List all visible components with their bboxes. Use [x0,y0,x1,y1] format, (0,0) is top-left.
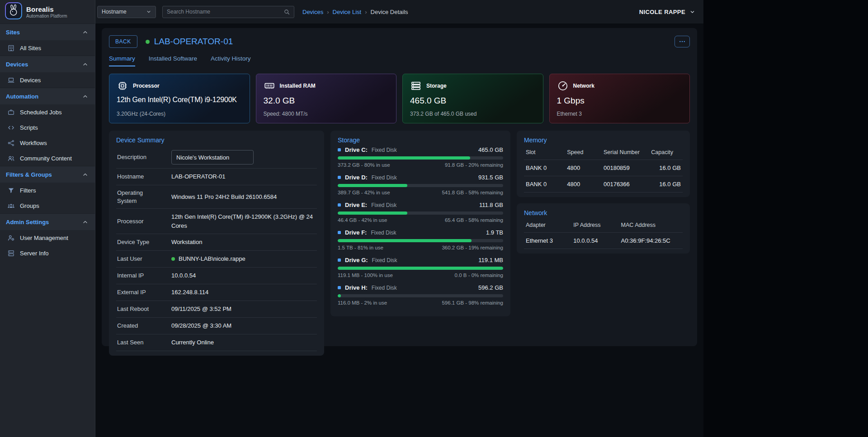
row-value: Windows 11 Pro 24H2 Build 26100.6584 [171,193,277,202]
panel-header: BACK LAB-OPERATOR-01 [109,35,690,48]
network-title: Network [524,209,683,216]
sidebar-item-server-info[interactable]: Server Info [0,245,95,261]
drive-type: Fixed Disk [371,230,396,236]
tab-summary[interactable]: Summary [109,55,135,66]
network-card: Network Adapter IP Address MAC Address [517,203,690,254]
search-hostname-input[interactable] [167,9,283,15]
memory-col-header: Speed [565,146,602,160]
sidebar-section-automation[interactable]: Automation [0,88,95,104]
summary-row-external-ip: External IP 162.248.8.114 [116,284,317,301]
storage-stack-icon [410,80,422,92]
device-summary-title: Device Summary [116,136,317,144]
sidebar-item-label: Community Content [20,155,72,162]
building-icon [7,44,15,52]
more-actions-button[interactable] [675,36,690,47]
search-hostname-box [162,6,294,18]
hostname-filter-select[interactable]: Hostname [97,6,156,18]
sidebar-section-filters-groups[interactable]: Filters & Groups [0,166,95,183]
sidebar-item-devices[interactable]: Devices [0,72,95,88]
ellipsis-icon [679,38,686,45]
drive-icon [338,203,341,207]
summary-row-internal-ip: Internal IP 10.0.0.54 [116,268,317,284]
sidebar-item-all-sites[interactable]: All Sites [0,40,95,56]
memory-col-header: Capacity [649,146,683,160]
sidebar-item-scripts[interactable]: Scripts [0,120,95,135]
device-details-panel: BACK LAB-OPERATOR-01 Summary Installed S… [102,28,697,346]
drive-type: Fixed Disk [372,174,397,181]
storage-card: Storage Drive C: Fixed Disk 465.0 GB 373… [330,131,510,316]
sidebar-item-scheduled-jobs[interactable]: Scheduled Jobs [0,104,95,120]
row-label: Description [117,153,164,161]
drive-remaining: 91.8 GB - 20% remaining [445,162,503,168]
sidebar-item-label: Server Info [20,250,49,257]
drive-row-h: Drive H: Fixed Disk 596.2 GB 116.0 MB - … [338,284,503,305]
user-menu[interactable]: NICOLE RAPPE [639,8,696,16]
sidebar-item-label: Workflows [20,140,47,146]
network-row: Ethernet 3 10.0.0.54 A0:36:9F:94:26:5C [524,233,683,249]
stat-card-value: 32.0 GB [264,96,389,106]
memory-cell: 16.0 GB [649,176,683,193]
stat-card-value: 12th Gen Intel(R) Core(TM) i9-12900K [117,96,242,104]
tab-installed-software[interactable]: Installed Software [149,55,197,66]
sidebar-section-sites[interactable]: Sites [0,23,95,40]
description-input[interactable] [171,150,254,164]
sidebar-item-community-content[interactable]: Community Content [0,150,95,166]
network-check-icon [557,80,569,92]
breadcrumb-separator [365,9,367,15]
sidebar-item-label: Scheduled Jobs [20,109,62,116]
sidebar-item-label: Scripts [20,124,38,131]
hostname-filter-value: Hostname [102,9,127,15]
chevron-down-icon [688,8,696,16]
network-cell: A0:36:9F:94:26:5C [619,233,683,249]
brand: Borealis Automation Platform [0,0,95,23]
memory-cell: 4800 [565,160,602,176]
drive-row-g: Drive G: Fixed Disk 119.1 MB 119.1 MB - … [338,257,503,278]
network-table: Adapter IP Address MAC Address Ethernet … [524,219,683,249]
breadcrumb-separator [327,9,329,15]
sidebar-section-admin-settings[interactable]: Admin Settings [0,213,95,230]
sidebar-item-groups[interactable]: Groups [0,198,95,213]
sidebar-nav: Sites All Sites Devices Devices [0,23,95,261]
memory-row: BANK 0 4800 00180859 16.0 GB [524,160,683,176]
drive-name: Drive G: [345,257,368,263]
drive-type: Fixed Disk [372,147,397,153]
row-value: 10.0.0.54 [171,271,196,280]
stat-card-network: Network 1 Gbps Ethernet 3 [549,74,690,123]
storage-title: Storage [338,136,503,144]
drive-icon [338,231,341,234]
stat-card-footer: Speed: 4800 MT/s [264,111,389,117]
drive-type: Fixed Disk [371,202,396,208]
sidebar-item-user-management[interactable]: User Management [0,230,95,245]
row-label: Last Seen [117,338,164,347]
row-label: Hostname [117,173,164,181]
memory-title: Memory [524,136,683,144]
memory-table: Slot Speed Serial Number Capacity BANK 0 [524,146,683,193]
content-area: BACK LAB-OPERATOR-01 Summary Installed S… [95,23,703,437]
sidebar-section-devices[interactable]: Devices [0,56,95,72]
stat-card-label: Storage [426,83,447,89]
back-button[interactable]: BACK [109,35,137,48]
summary-row-hostname: Hostname LAB-OPERATOR-01 [116,169,317,185]
online-status-dot [146,40,150,44]
chevron-up-icon [81,218,89,226]
row-value: Currently Online [171,338,214,347]
row-value: Workstation [171,238,202,247]
drive-name: Drive H: [345,284,368,291]
online-status-dot [171,257,175,261]
stat-card-footer: 3.20GHz (24-Cores) [117,111,242,117]
breadcrumb-devices[interactable]: Devices [302,9,323,15]
drive-usage-bar [338,184,503,187]
sidebar-item-workflows[interactable]: Workflows [0,135,95,150]
breadcrumb-device-list[interactable]: Device List [333,9,362,15]
people-icon [7,154,15,162]
tab-activity-history[interactable]: Activity History [211,55,251,66]
chevron-up-icon [81,92,89,100]
drive-used: 116.0 MB - 2% in use [338,300,387,305]
detail-columns: Device Summary Description Hostname LAB-… [109,131,690,356]
memory-col-header: Slot [524,146,565,160]
memory-cell: BANK 0 [524,176,565,193]
sidebar-item-filters[interactable]: Filters [0,183,95,198]
device-summary-card: Device Summary Description Hostname LAB-… [109,131,324,356]
chevron-up-icon [81,60,89,68]
stat-card-value: 1 Gbps [557,96,683,106]
